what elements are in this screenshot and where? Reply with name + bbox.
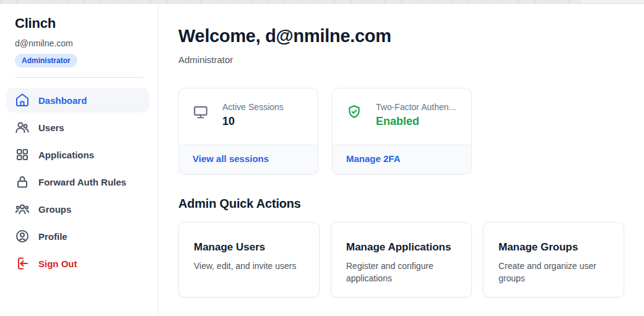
monitor-icon <box>193 104 209 120</box>
view-all-sessions-link[interactable]: View all sessions <box>193 153 269 164</box>
sidebar: Clinch d@nmilne.com Administrator Dashbo… <box>0 4 159 315</box>
action-title: Manage Groups <box>498 241 609 254</box>
action-card-manage-groups[interactable]: Manage Groups Create and organize user g… <box>483 222 624 297</box>
action-card-manage-users[interactable]: Manage Users View, edit, and invite user… <box>178 222 320 297</box>
main-content: Welcome, d@nmilne.com Administrator Acti… <box>159 4 644 315</box>
sidebar-item-label: Forward Auth Rules <box>38 177 126 187</box>
app-logo: Clinch <box>15 15 143 32</box>
stat-label: Active Sessions <box>222 102 284 112</box>
sidebar-item-applications[interactable]: Applications <box>6 142 149 167</box>
sidebar-item-dashboard[interactable]: Dashboard <box>6 88 149 113</box>
stat-text: Active Sessions 10 <box>222 102 284 128</box>
stat-text: Two-Factor Authen... Enabled <box>376 102 456 128</box>
action-title: Manage Users <box>194 241 304 254</box>
home-icon <box>15 93 30 108</box>
sidebar-item-label: Dashboard <box>38 95 87 106</box>
lock-icon <box>15 174 30 189</box>
action-description: Create and organize user groups <box>498 260 609 285</box>
app-container: Clinch d@nmilne.com Administrator Dashbo… <box>0 4 644 315</box>
sidebar-item-label: Sign Out <box>38 258 77 269</box>
quick-actions-title: Admin Quick Actions <box>178 197 644 211</box>
action-card-manage-applications[interactable]: Manage Applications Register and configu… <box>331 222 472 297</box>
sidebar-item-groups[interactable]: Groups <box>6 197 149 221</box>
stat-card-active-sessions: Active Sessions 10 View all sessions <box>178 88 318 174</box>
stat-card-footer: View all sessions <box>179 144 318 174</box>
stat-card-body: Active Sessions 10 <box>179 88 318 144</box>
action-title: Manage Applications <box>346 241 456 254</box>
stat-card-two-factor: Two-Factor Authen... Enabled Manage 2FA <box>332 88 472 174</box>
stat-card-row: Active Sessions 10 View all sessions Two… <box>178 88 644 174</box>
user-email: d@nmilne.com <box>15 38 143 48</box>
sign-out-icon <box>15 256 30 271</box>
groups-icon <box>15 202 30 216</box>
sidebar-item-label: Profile <box>38 231 67 242</box>
sidebar-item-label: Groups <box>38 204 71 215</box>
role-badge: Administrator <box>15 54 77 67</box>
sidebar-item-label: Applications <box>38 150 94 160</box>
stat-card-body: Two-Factor Authen... Enabled <box>333 88 471 144</box>
grid-icon <box>15 147 30 162</box>
stat-card-footer: Manage 2FA <box>333 144 471 174</box>
sidebar-item-users[interactable]: Users <box>6 115 149 140</box>
action-description: View, edit, and invite users <box>194 260 304 272</box>
profile-icon <box>15 229 30 244</box>
action-description: Register and configure applications <box>346 260 456 285</box>
stat-value: 10 <box>222 115 284 128</box>
sidebar-item-label: Users <box>38 122 64 133</box>
stat-value: Enabled <box>376 115 456 128</box>
sidebar-item-forward-auth-rules[interactable]: Forward Auth Rules <box>6 169 149 194</box>
sidebar-item-sign-out[interactable]: Sign Out <box>6 251 149 276</box>
stat-label: Two-Factor Authen... <box>376 102 456 112</box>
page-subtitle: Administrator <box>178 54 644 65</box>
manage-2fa-link[interactable]: Manage 2FA <box>346 153 401 164</box>
users-icon <box>15 120 30 135</box>
scrollbar-corner <box>580 0 644 3</box>
page-title: Welcome, d@nmilne.com <box>178 26 644 46</box>
sidebar-divider <box>15 77 143 78</box>
browser-edge-strip <box>0 0 644 4</box>
sidebar-nav: Dashboard Users Applications Forward Aut… <box>6 88 149 276</box>
shield-check-icon <box>346 104 362 120</box>
quick-actions-row: Manage Users View, edit, and invite user… <box>178 222 644 297</box>
sidebar-item-profile[interactable]: Profile <box>6 224 149 249</box>
